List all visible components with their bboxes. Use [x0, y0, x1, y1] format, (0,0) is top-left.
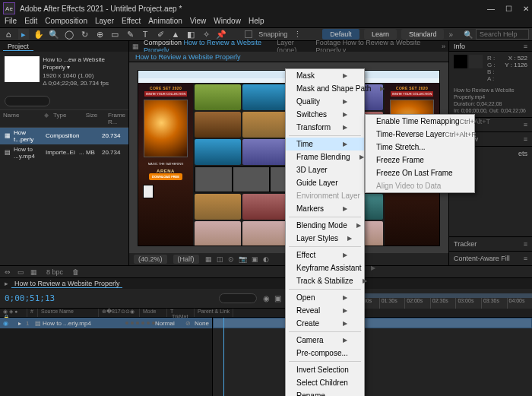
layer-bar[interactable]	[213, 318, 532, 328]
workspace-default[interactable]: Default	[322, 29, 359, 40]
text-tool-icon[interactable]: T	[140, 29, 150, 40]
layer-mode[interactable]: Normal	[155, 320, 185, 327]
sort-icon[interactable]: ◆	[44, 112, 53, 125]
caf-menu-icon[interactable]: ≡	[524, 255, 527, 262]
menu-animation[interactable]: Animation	[148, 17, 182, 27]
project-tab[interactable]: Project	[3, 43, 33, 51]
time-item-time-reverse-layer[interactable]: Time-Reverse LayerCtrl+Alt+R	[366, 128, 474, 141]
col-framerate[interactable]: Frame R...	[108, 112, 125, 125]
ctx-item-time[interactable]: Time▶	[286, 138, 364, 150]
time-icon[interactable]: ⊙	[228, 255, 234, 263]
ctx-item-reveal[interactable]: Reveal▶	[286, 304, 364, 317]
ctx-item-rename[interactable]: Rename	[286, 389, 364, 396]
audio-menu-icon[interactable]: ≡	[524, 121, 527, 128]
menu-help[interactable]: Help	[249, 17, 264, 27]
ctx-item-select-children[interactable]: Select Children	[286, 376, 364, 389]
anchor-tool-icon[interactable]: ⊕	[94, 29, 105, 40]
ctx-item--d-layer[interactable]: 3D Layer	[286, 163, 364, 176]
menu-composition[interactable]: Composition	[45, 17, 87, 27]
rect-tool-icon[interactable]: ▭	[109, 29, 120, 40]
minimize-button[interactable]: —	[487, 5, 495, 13]
layer-row-1[interactable]: ◉ ▸ 1 ▤ How to ...erly.mp4 Normal ⊘ None	[0, 318, 212, 328]
zoom-dropdown[interactable]: (40.2%)	[134, 255, 167, 264]
maximize-button[interactable]: ☐	[505, 5, 512, 13]
mask-icon[interactable]: ◫	[217, 255, 223, 263]
comp-breadcrumb[interactable]: How to Review a Website Properly	[129, 52, 448, 62]
ctx-item-layer-styles[interactable]: Layer Styles▶	[286, 232, 364, 245]
puppet-tool-icon[interactable]: 📌	[216, 29, 226, 40]
col-size[interactable]: Size	[86, 112, 108, 125]
link-icon[interactable]: ⊘	[185, 320, 195, 327]
rotate-tool-icon[interactable]: ↻	[79, 29, 90, 40]
tracker-section[interactable]: Tracker	[454, 240, 477, 248]
ctx-item-create[interactable]: Create▶	[286, 317, 364, 330]
ctx-item-keyframe-assistant[interactable]: Keyframe Assistant▶	[286, 261, 364, 274]
ctx-item-markers[interactable]: Markers▶	[286, 202, 364, 215]
ctx-item-transform[interactable]: Transform▶	[286, 121, 364, 134]
search-help-input[interactable]	[476, 29, 529, 40]
comp-panel-icon[interactable]: ▦	[132, 43, 139, 50]
brush-tool-icon[interactable]: ✐	[155, 29, 166, 40]
timeline-tracks[interactable]	[213, 318, 532, 396]
snap-opt-icon[interactable]: ⋮	[292, 29, 302, 40]
channel-icon[interactable]: ▣	[252, 255, 258, 263]
timeline-tab[interactable]: How to Review a Website Properly	[11, 280, 122, 288]
tl-opt1-icon[interactable]: ◉	[263, 294, 270, 303]
ctx-item-camera[interactable]: Camera▶	[286, 334, 364, 347]
ctx-item-invert-selection[interactable]: Invert Selection	[286, 363, 364, 376]
ctx-item-switches[interactable]: Switches▶	[286, 108, 364, 121]
project-search-input[interactable]	[5, 96, 50, 106]
close-button[interactable]: ✕	[523, 5, 529, 13]
workspace-learn[interactable]: Learn	[364, 29, 397, 40]
presets-section[interactable]: ets	[518, 150, 527, 157]
info-tab[interactable]: Info	[454, 43, 465, 50]
pen-tool-icon[interactable]: ✎	[125, 29, 135, 40]
col-type[interactable]: Type	[53, 112, 86, 125]
ctx-item-pre-compose-[interactable]: Pre-compose...	[286, 347, 364, 360]
menu-edit[interactable]: Edit	[24, 17, 37, 27]
time-item-time-stretch-[interactable]: Time Stretch...	[366, 141, 474, 154]
home-icon[interactable]: ⌂	[3, 29, 14, 40]
trash-icon[interactable]: 🗑	[72, 268, 79, 276]
layer-parent[interactable]: None	[195, 320, 209, 327]
ctx-item-track-stabilize[interactable]: Track & Stabilize▶	[286, 274, 364, 287]
project-thumbnail[interactable]	[5, 56, 40, 82]
zoom-tool-icon[interactable]: 🔍	[49, 29, 59, 40]
time-item-freeze-on-last-frame[interactable]: Freeze On Last Frame	[366, 166, 474, 179]
timeline-icon[interactable]: ▸	[5, 280, 8, 287]
visibility-icon[interactable]: ◉	[3, 320, 12, 327]
exposure-icon[interactable]: ◐	[263, 255, 269, 263]
caf-section[interactable]: Content-Aware Fill	[454, 255, 510, 262]
roto-tool-icon[interactable]: ✧	[201, 29, 211, 40]
grid-icon[interactable]: ▦	[205, 255, 212, 263]
new-comp-icon[interactable]: ▦	[30, 268, 37, 276]
workspace-standard[interactable]: Standard	[401, 29, 445, 40]
ctx-item-open[interactable]: Open▶	[286, 291, 364, 304]
workspace-more-icon[interactable]: »	[448, 30, 453, 39]
col-name[interactable]: Name	[3, 112, 44, 125]
col-parent[interactable]: Parent & Link	[195, 309, 233, 317]
project-item-comp[interactable]: ▦ How t...perly Composition 20.734	[0, 128, 128, 144]
hand-tool-icon[interactable]: ✋	[33, 29, 44, 40]
col-trkmat[interactable]: T .TrkMat	[167, 309, 195, 317]
quality-dropdown[interactable]: (Half)	[173, 255, 199, 264]
project-item-footage[interactable]: ▤ How to ...y.mp4 Importe..Ei ... MB 20.…	[0, 144, 128, 161]
col-source[interactable]: Source Name	[38, 309, 99, 317]
ctx-item-mask[interactable]: Mask▶	[286, 69, 364, 82]
menu-file[interactable]: File	[5, 17, 17, 27]
timeline-search-input[interactable]	[219, 293, 257, 303]
eraser-tool-icon[interactable]: ◧	[185, 29, 196, 40]
snapshot-icon[interactable]: 📷	[239, 255, 247, 263]
folder-icon[interactable]: ▭	[17, 268, 24, 276]
ctx-item-guide-layer[interactable]: Guide Layer	[286, 176, 364, 189]
selection-tool-icon[interactable]: ▸	[18, 29, 29, 40]
ctx-item-mask-and-shape-path[interactable]: Mask and Shape Path▶	[286, 82, 364, 95]
bit-depth[interactable]: 8 bpc	[46, 268, 63, 276]
stamp-tool-icon[interactable]: ▲	[170, 29, 181, 40]
time-item-enable-time-remapping[interactable]: Enable Time RemappingCtrl+Alt+T	[366, 115, 474, 128]
interpret-icon[interactable]: ⇔	[5, 268, 11, 276]
ctx-item-blending-mode[interactable]: Blending Mode▶	[286, 219, 364, 232]
preview-menu-icon[interactable]: ≡	[524, 135, 527, 143]
layer-name[interactable]: How to ...erly.mp4	[43, 320, 125, 327]
menu-view[interactable]: View	[190, 17, 207, 27]
